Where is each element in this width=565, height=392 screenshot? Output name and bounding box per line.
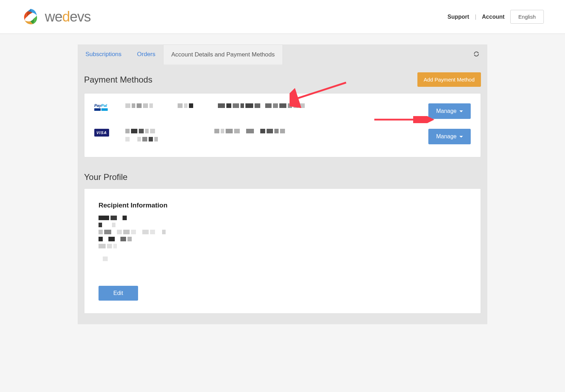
content-area: Payment Methods Add Payment Method PayPa… [78, 65, 487, 324]
profile-section: Your Profile Recipient Information [78, 167, 487, 314]
recipient-info-heading: Recipient Information [99, 201, 466, 209]
manage-button-label: Manage [436, 108, 457, 114]
brand-text: wedevs [45, 9, 91, 25]
paypal-brand: PayPal [94, 103, 107, 108]
profile-title: Your Profile [78, 167, 487, 188]
payment-row-visa: VISA [94, 129, 471, 144]
paypal-pal: Pal [101, 103, 107, 108]
logo-icon [21, 7, 41, 26]
manage-button-label: Manage [436, 133, 457, 140]
refresh-icon[interactable] [473, 51, 480, 59]
paypal-icon: PayPal [94, 103, 111, 111]
payment-methods-title: Payment Methods [84, 75, 152, 85]
tab-orders[interactable]: Orders [129, 44, 163, 65]
add-payment-method-button[interactable]: Add Payment Method [417, 72, 481, 87]
tab-subscriptions[interactable]: Subscriptions [78, 44, 129, 65]
language-button[interactable]: English [510, 10, 544, 24]
payment-row-paypal: PayPal [94, 103, 471, 119]
tabs-panel: Subscriptions Orders Account Details and… [78, 44, 487, 65]
caret-down-icon [459, 110, 463, 112]
brand-suffix: evs [70, 9, 90, 24]
payment-methods-card: PayPal [84, 93, 481, 157]
brand-prefix: we [45, 9, 62, 24]
payment-methods-header: Payment Methods Add Payment Method [78, 65, 487, 93]
brand-highlight: d [62, 9, 70, 24]
caret-down-icon [459, 136, 463, 138]
tab-account-details[interactable]: Account Details and Payment Methods [163, 44, 283, 65]
manage-button-paypal[interactable]: Manage [428, 103, 471, 119]
profile-redacted-info [99, 216, 466, 261]
visa-brand: VISA [94, 129, 109, 137]
tabs: Subscriptions Orders Account Details and… [78, 44, 283, 65]
paypal-pay: Pay [94, 103, 101, 108]
edit-profile-button[interactable]: Edit [99, 286, 138, 301]
visa-redacted-info [125, 129, 414, 141]
profile-card: Recipient Information [84, 188, 481, 314]
account-link[interactable]: Account [482, 14, 505, 20]
header-separator: | [475, 14, 476, 20]
brand-logo[interactable]: wedevs [21, 7, 91, 26]
paypal-stripes [94, 108, 108, 111]
manage-button-visa[interactable]: Manage [428, 129, 471, 144]
support-link[interactable]: Support [447, 14, 469, 20]
main-container: Subscriptions Orders Account Details and… [71, 44, 494, 324]
header-right: Support | Account English [447, 10, 544, 24]
paypal-redacted-info [125, 103, 414, 108]
page-header: wedevs Support | Account English [0, 0, 565, 34]
visa-icon: VISA [94, 129, 111, 137]
